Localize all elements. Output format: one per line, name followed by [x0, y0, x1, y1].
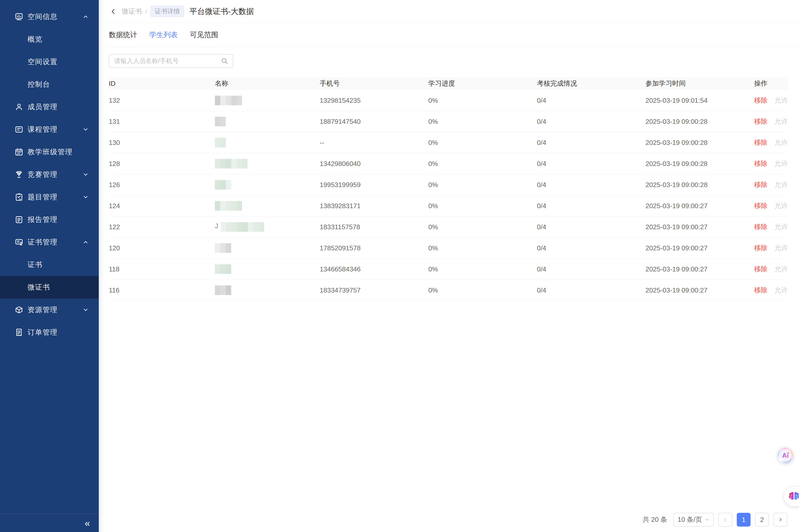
remove-button[interactable]: 移除 — [754, 201, 767, 210]
cell-actions: 移除 允许 — [754, 180, 787, 189]
sidebar-subitem[interactable]: 控制台 — [0, 73, 99, 96]
sidebar-item[interactable]: 资源管理 — [0, 299, 99, 321]
cell-assessment: 0/4 — [537, 202, 646, 210]
resource-box-icon — [14, 305, 24, 315]
search-box — [109, 54, 233, 68]
sidebar-item[interactable]: 报告管理 — [0, 208, 99, 231]
sidebar-item[interactable]: 教学班级管理 — [0, 141, 99, 163]
allow-button: 允许 — [775, 159, 788, 168]
cell-assessment: 0/4 — [537, 97, 646, 104]
sidebar-item-label: 微证书 — [27, 283, 89, 292]
search-icon[interactable] — [221, 57, 228, 65]
cell-id: 131 — [109, 118, 215, 126]
cell-join-time: 2025-03-19 09:00:28 — [646, 160, 754, 168]
chevron-down-icon — [82, 126, 89, 133]
sidebar-item[interactable]: 空间信息 — [0, 5, 99, 28]
cell-actions: 移除 允许 — [754, 117, 787, 126]
cell-join-time: 2025-03-19 09:00:28 — [646, 118, 754, 126]
report-document-icon — [14, 215, 24, 225]
back-button[interactable] — [109, 7, 118, 16]
sidebar-item-label: 证书 — [27, 260, 89, 269]
trophy-icon — [14, 170, 24, 179]
page-size-select[interactable]: 10 条/页 — [673, 513, 714, 527]
pagination-total: 共 20 条 — [643, 515, 667, 524]
remove-button[interactable]: 移除 — [754, 180, 767, 189]
col-header-phone: 手机号 — [320, 79, 428, 88]
remove-button[interactable]: 移除 — [754, 286, 767, 295]
sidebar-subitem[interactable]: 空间设置 — [0, 51, 99, 73]
page-size-value: 10 条/页 — [678, 515, 702, 524]
sidebar-footer: « — [0, 514, 99, 532]
remove-button[interactable]: 移除 — [754, 159, 767, 168]
breadcrumb-root[interactable]: 微证书 — [122, 7, 142, 16]
page-button-2[interactable]: 2 — [755, 513, 769, 527]
tab-data-statistics[interactable]: 数据统计 — [109, 30, 137, 40]
table-row: 116 18334739757 0% 0/4 2025-03-19 09:00:… — [109, 280, 787, 301]
page-title: 平台微证书-大数据 — [189, 6, 254, 17]
cell-phone: 17852091578 — [320, 244, 428, 252]
main-panel: 微证书 / 证书详情 平台微证书-大数据 数据统计 学生列表 可见范围 ID 名… — [99, 0, 799, 532]
col-header-id: ID — [109, 80, 215, 88]
allow-button: 允许 — [775, 96, 788, 105]
sidebar-item[interactable]: 题目管理 — [0, 186, 99, 208]
sidebar-subitem[interactable]: 微证书 — [0, 276, 99, 299]
sidebar-item[interactable]: 课程管理 — [0, 118, 99, 141]
cell-actions: 移除 允许 — [754, 159, 787, 168]
next-page-button[interactable] — [774, 513, 787, 527]
cell-assessment: 0/4 — [537, 244, 646, 252]
chevron-down-icon — [82, 171, 89, 178]
remove-button[interactable]: 移除 — [754, 96, 767, 105]
remove-button[interactable]: 移除 — [754, 117, 767, 126]
cell-id: 116 — [109, 286, 215, 294]
search-input[interactable] — [114, 57, 221, 65]
cell-progress: 0% — [428, 97, 537, 104]
cell-phone: 18334739757 — [320, 286, 428, 294]
col-header-progress: 学习进度 — [428, 79, 537, 88]
cell-progress: 0% — [428, 118, 537, 126]
sidebar-subitem[interactable]: 证书 — [0, 253, 99, 276]
col-header-actions: 操作 — [754, 79, 787, 88]
allow-button: 允许 — [775, 244, 788, 253]
tab-visible-range[interactable]: 可见范围 — [190, 30, 218, 40]
cell-phone: 13466584346 — [320, 265, 428, 273]
sidebar-item[interactable]: 成员管理 — [0, 96, 99, 118]
table-row: 131 18879147540 0% 0/4 2025-03-19 09:00:… — [109, 111, 787, 132]
col-header-name: 名称 — [215, 79, 320, 88]
brain-assistant-button[interactable] — [784, 487, 799, 506]
collapse-sidebar-button[interactable]: « — [84, 518, 90, 528]
remove-button[interactable]: 移除 — [754, 138, 767, 147]
prev-page-button[interactable] — [718, 513, 732, 527]
cell-actions: 移除 允许 — [754, 265, 787, 274]
cell-assessment: 0/4 — [537, 181, 646, 189]
bar-chart-board-icon — [14, 12, 24, 21]
remove-button[interactable]: 移除 — [754, 222, 767, 231]
table-row: 132 13298154235 0% 0/4 2025-03-19 09:01:… — [109, 90, 787, 111]
censored-name — [215, 117, 316, 126]
remove-button[interactable]: 移除 — [754, 265, 767, 274]
remove-button[interactable]: 移除 — [754, 244, 767, 253]
sidebar-item-label: 成员管理 — [27, 102, 89, 112]
calendar-icon — [14, 147, 24, 157]
sidebar-item-label: 空间信息 — [27, 12, 82, 21]
ai-icon: Ai ✦ — [779, 449, 792, 462]
sidebar-subitem[interactable]: 概览 — [0, 28, 99, 51]
censored-name — [215, 243, 316, 253]
col-header-assessment: 考核完成情况 — [537, 79, 646, 88]
cell-progress: 0% — [428, 223, 537, 231]
tab-student-list[interactable]: 学生列表 — [149, 30, 178, 40]
table-body: 132 13298154235 0% 0/4 2025-03-19 09:01:… — [109, 90, 787, 301]
cell-id: 122 — [109, 223, 215, 231]
name-prefix: J — [215, 222, 220, 232]
page-button-1[interactable]: 1 — [737, 513, 750, 527]
sidebar-item-label: 订单管理 — [27, 328, 89, 337]
sidebar: 空间信息概览空间设置控制台成员管理课程管理教学班级管理竞赛管理题目管理报告管理证… — [0, 0, 99, 532]
content-area: ID 名称 手机号 学习进度 考核完成情况 参加学习时间 操作 132 1329… — [99, 47, 799, 301]
ai-assistant-button[interactable]: Ai ✦ — [777, 447, 794, 463]
breadcrumb-badge: 证书详情 — [150, 5, 185, 17]
user-icon — [14, 102, 24, 112]
cell-join-time: 2025-03-19 09:00:28 — [646, 139, 754, 147]
sidebar-item[interactable]: 订单管理 — [0, 321, 99, 344]
sidebar-item[interactable]: 竞赛管理 — [0, 163, 99, 186]
sidebar-item[interactable]: 证书管理 — [0, 231, 99, 253]
sidebar-item-label: 竞赛管理 — [27, 170, 82, 179]
